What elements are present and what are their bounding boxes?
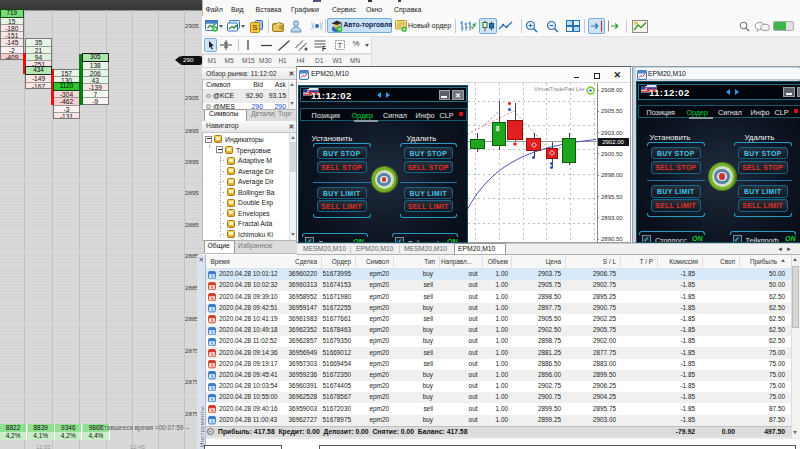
svg-text:F: F	[322, 45, 326, 51]
svg-text:T: T	[337, 41, 342, 50]
svg-text:S: S	[252, 23, 258, 32]
